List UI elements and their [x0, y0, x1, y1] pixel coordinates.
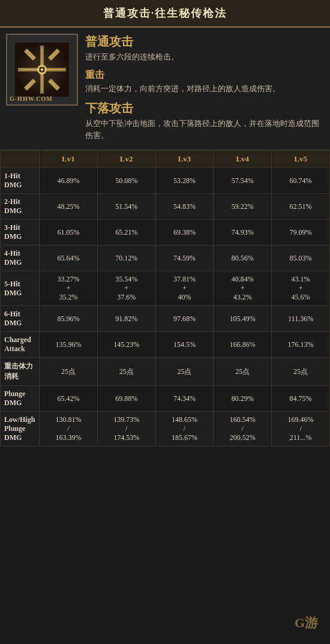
- data-cell: 48.25%: [40, 194, 98, 220]
- data-cell: 80.56%: [214, 245, 272, 271]
- data-cell: 97.68%: [155, 306, 214, 332]
- row-label: 1-Hit DMG: [1, 168, 40, 194]
- skill-info-section: G-HHW.COM 普通攻击 进行至多六段的连续枪击。 重击 消耗一定体力，向前…: [0, 28, 330, 150]
- data-cell: 130.81%/163.39%: [40, 412, 98, 447]
- data-cell: 154.5%: [155, 332, 214, 358]
- data-cell: 135.96%: [40, 332, 98, 358]
- data-cell: 51.54%: [97, 194, 155, 220]
- col-header-lv4: Lv4: [214, 151, 272, 168]
- data-cell: 145.23%: [97, 332, 155, 358]
- skill-icon-inner: [15, 43, 69, 97]
- skill-icon: G-HHW.COM: [6, 34, 78, 106]
- data-cell: 74.93%: [214, 220, 272, 245]
- normal-attack-block: 普通攻击 进行至多六段的连续枪击。: [85, 34, 324, 63]
- col-header-lv1: Lv1: [40, 151, 98, 168]
- data-cell: 79.09%: [272, 220, 330, 245]
- data-cell: 85.96%: [40, 306, 98, 332]
- table-row: Charged Attack135.96%145.23%154.5%166.86…: [1, 332, 330, 358]
- data-cell: 65.64%: [40, 245, 98, 271]
- data-cell: 80.29%: [214, 386, 272, 412]
- data-cell: 91.82%: [97, 306, 155, 332]
- data-cell: 60.74%: [272, 168, 330, 194]
- charged-attack-block: 重击 消耗一定体力，向前方突进，对路径上的敌人造成伤害。: [85, 69, 324, 95]
- stats-table: Lv1 Lv2 Lv3 Lv4 Lv5 1-Hit DMG46.89%50.08…: [0, 150, 330, 447]
- watermark-bottom: G游: [295, 614, 318, 632]
- data-cell: 105.49%: [214, 306, 272, 332]
- data-cell: 61.05%: [40, 220, 98, 245]
- data-cell: 57.54%: [214, 168, 272, 194]
- row-label: Plunge DMG: [1, 386, 40, 412]
- col-header-lv5: Lv5: [272, 151, 330, 168]
- watermark-text: G-HHW.COM: [10, 95, 53, 102]
- data-cell: 53.28%: [155, 168, 214, 194]
- table-row: 1-Hit DMG46.89%50.08%53.28%57.54%60.74%: [1, 168, 330, 194]
- data-cell: 84.75%: [272, 386, 330, 412]
- charged-attack-title: 重击: [85, 69, 324, 82]
- table-row: 3-Hit DMG61.05%65.21%69.38%74.93%79.09%: [1, 220, 330, 245]
- plunge-attack-title: 下落攻击: [85, 100, 324, 116]
- data-cell: 37.81%+40%: [155, 271, 214, 306]
- row-label: 4-Hit DMG: [1, 245, 40, 271]
- row-label: 6-Hit DMG: [1, 306, 40, 332]
- plunge-attack-block: 下落攻击 从空中下坠冲击地面，攻击下落路径上的敌人，并在落地时造成范围伤害。: [85, 100, 324, 141]
- data-cell: 59.22%: [214, 194, 272, 220]
- data-cell: 148.65%/185.67%: [155, 412, 214, 447]
- data-cell: 139.73%/174.53%: [97, 412, 155, 447]
- skill-title: 普通攻击·往生秘传枪法: [0, 0, 330, 28]
- plunge-attack-desc: 从空中下坠冲击地面，攻击下落路径上的敌人，并在落地时造成范围伤害。: [85, 118, 324, 141]
- table-row: Plunge DMG65.42%69.88%74.34%80.29%84.75%: [1, 386, 330, 412]
- data-cell: 43.1%+45.6%: [272, 271, 330, 306]
- table-row: 2-Hit DMG48.25%51.54%54.83%59.22%62.51%: [1, 194, 330, 220]
- table-row: 4-Hit DMG65.64%70.12%74.59%80.56%85.03%: [1, 245, 330, 271]
- row-label: 重击体力消耗: [1, 358, 40, 386]
- col-header-label: [1, 151, 40, 168]
- data-cell: 25点: [272, 358, 330, 386]
- data-cell: 169.46%/211...%: [272, 412, 330, 447]
- table-header-row: Lv1 Lv2 Lv3 Lv4 Lv5: [1, 151, 330, 168]
- data-cell: 54.83%: [155, 194, 214, 220]
- data-cell: 25点: [155, 358, 214, 386]
- row-label: Charged Attack: [1, 332, 40, 358]
- row-label: 5-Hit DMG: [1, 271, 40, 306]
- data-cell: 65.42%: [40, 386, 98, 412]
- data-cell: 50.08%: [97, 168, 155, 194]
- normal-attack-desc: 进行至多六段的连续枪击。: [85, 51, 324, 63]
- table-row: 重击体力消耗25点25点25点25点25点: [1, 358, 330, 386]
- skill-descriptions: 普通攻击 进行至多六段的连续枪击。 重击 消耗一定体力，向前方突进，对路径上的敌…: [85, 34, 324, 143]
- data-cell: 62.51%: [272, 194, 330, 220]
- data-cell: 166.86%: [214, 332, 272, 358]
- normal-attack-title: 普通攻击: [85, 34, 324, 50]
- data-cell: 25点: [97, 358, 155, 386]
- data-cell: 111.36%: [272, 306, 330, 332]
- data-cell: 176.13%: [272, 332, 330, 358]
- data-cell: 74.59%: [155, 245, 214, 271]
- data-cell: 25点: [214, 358, 272, 386]
- data-cell: 74.34%: [155, 386, 214, 412]
- table-row: 5-Hit DMG33.27%+35.2%35.54%+37.6%37.81%+…: [1, 271, 330, 306]
- data-cell: 65.21%: [97, 220, 155, 245]
- data-cell: 46.89%: [40, 168, 98, 194]
- data-cell: 70.12%: [97, 245, 155, 271]
- col-header-lv2: Lv2: [97, 151, 155, 168]
- data-cell: 33.27%+35.2%: [40, 271, 98, 306]
- data-cell: 40.84%+43.2%: [214, 271, 272, 306]
- data-cell: 69.38%: [155, 220, 214, 245]
- row-label: 3-Hit DMG: [1, 220, 40, 245]
- row-label: Low/High Plunge DMG: [1, 412, 40, 447]
- stats-table-wrapper: Lv1 Lv2 Lv3 Lv4 Lv5 1-Hit DMG46.89%50.08…: [0, 150, 330, 447]
- data-cell: 35.54%+37.6%: [97, 271, 155, 306]
- data-cell: 160.54%/200.52%: [214, 412, 272, 447]
- data-cell: 85.03%: [272, 245, 330, 271]
- table-row: 6-Hit DMG85.96%91.82%97.68%105.49%111.36…: [1, 306, 330, 332]
- charged-attack-desc: 消耗一定体力，向前方突进，对路径上的敌人造成伤害。: [85, 83, 324, 95]
- row-label: 2-Hit DMG: [1, 194, 40, 220]
- table-row: Low/High Plunge DMG130.81%/163.39%139.73…: [1, 412, 330, 447]
- data-cell: 25点: [40, 358, 98, 386]
- col-header-lv3: Lv3: [155, 151, 214, 168]
- data-cell: 69.88%: [97, 386, 155, 412]
